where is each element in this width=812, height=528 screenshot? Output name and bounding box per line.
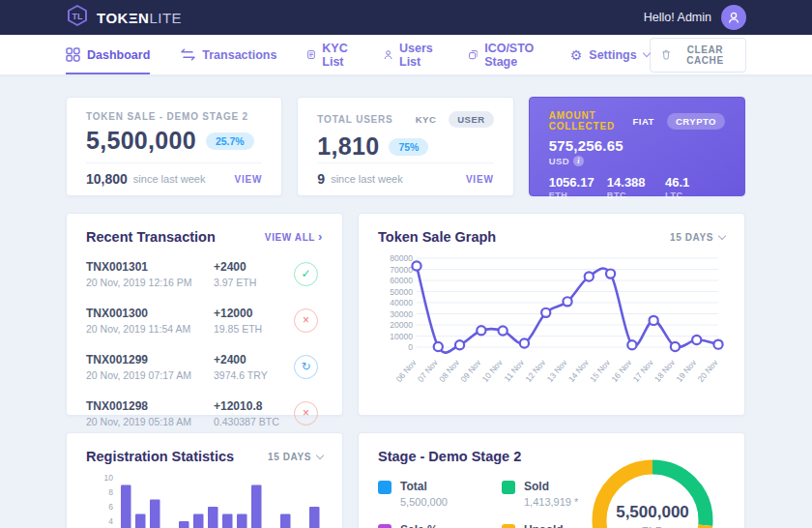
main-nav: Dashboard Transactions KYC List Users Li… xyxy=(0,35,812,75)
donut-center-label: 5,500,000 TLE xyxy=(580,503,725,528)
svg-text:13 Nov: 13 Nov xyxy=(545,357,569,384)
svg-text:6: 6 xyxy=(108,502,113,512)
user-avatar[interactable] xyxy=(721,5,746,30)
nav-item-settings[interactable]: ⚙ Settings xyxy=(570,35,650,74)
token-sale-label: TOKEN SALE - DEMO STAGE 2 xyxy=(86,111,248,122)
eth-amount: 1056.17 ETH xyxy=(549,175,607,200)
legend-unsold: Unsold 4,086,082 xyxy=(502,523,580,528)
svg-text:80000: 80000 xyxy=(390,253,413,263)
transaction-amount: +2400 xyxy=(214,353,294,367)
svg-text:08 Nov: 08 Nov xyxy=(437,357,461,384)
unsold-swatch xyxy=(502,524,515,528)
total-users-delta: 9 xyxy=(317,171,325,187)
nav-item-kyc-list[interactable]: KYC List xyxy=(307,35,352,74)
registration-statistics-title: Registration Statistics xyxy=(86,449,234,464)
svg-text:17 Nov: 17 Nov xyxy=(631,357,655,384)
token-sale-delta-caption: since last week xyxy=(133,173,206,185)
chevron-down-icon xyxy=(718,231,726,239)
grid-icon xyxy=(66,47,80,62)
sale-percent-swatch xyxy=(378,524,392,528)
amount-collected-card: AMOUNT COLLECTED FIAT CRYPTO 575,256.65 … xyxy=(529,97,745,196)
transaction-row[interactable]: TNX001299 20 Nov, 2019 07:17 AM +2400 39… xyxy=(86,343,323,390)
svg-text:15 Nov: 15 Nov xyxy=(588,357,612,384)
total-swatch xyxy=(378,481,392,494)
svg-text:11 Nov: 11 Nov xyxy=(502,357,526,383)
recent-transactions-card: Recent Transaction VIEW ALL › TNX001301 … xyxy=(66,213,343,416)
svg-text:16 Nov: 16 Nov xyxy=(609,357,633,384)
stage-donut-chart: 5,500,000 TLE xyxy=(580,449,725,528)
transaction-converted: 3.97 ETH xyxy=(214,277,294,288)
token-sale-value: 5,500,000 xyxy=(86,127,196,155)
svg-text:07 Nov: 07 Nov xyxy=(416,357,440,384)
total-users-view-link[interactable]: VIEW xyxy=(466,174,494,185)
crypto-toggle-option[interactable]: CRYPTO xyxy=(667,113,725,130)
stage-title: Stage - Demo Stage 2 xyxy=(378,449,580,464)
transaction-converted: 19.85 ETH xyxy=(214,323,294,335)
svg-text:4: 4 xyxy=(108,516,113,526)
svg-text:50000: 50000 xyxy=(390,287,413,297)
kyc-user-toggle: KYC USER xyxy=(407,111,494,128)
token-sale-card: TOKEN SALE - DEMO STAGE 2 5,500,000 25.7… xyxy=(66,97,282,196)
amount-currency: USD xyxy=(549,156,570,166)
svg-text:30000: 30000 xyxy=(390,309,413,319)
total-users-card: TOTAL USERS KYC USER 1,810 75% 9 since l… xyxy=(297,97,513,196)
trash-icon xyxy=(662,48,670,61)
info-icon[interactable]: i xyxy=(573,156,584,166)
stage-card: Stage - Demo Stage 2 Total 5,500,000 Sol… xyxy=(358,432,745,528)
svg-text:10000: 10000 xyxy=(390,332,413,341)
transaction-id: TNX001301 xyxy=(86,260,214,274)
svg-text:06 Nov: 06 Nov xyxy=(394,357,419,384)
fiat-toggle-option[interactable]: FIAT xyxy=(624,113,663,130)
svg-text:19 Nov: 19 Nov xyxy=(674,357,698,384)
registration-period-dropdown[interactable]: 15 DAYS xyxy=(268,452,323,462)
registration-statistics-card: Registration Statistics 15 DAYS 108642 xyxy=(66,432,343,528)
cube-icon xyxy=(469,47,478,62)
transaction-id: TNX001298 xyxy=(86,399,214,413)
person-icon xyxy=(727,11,740,24)
nav-item-transactions[interactable]: Transactions xyxy=(181,35,276,74)
user-greeting: Hello! Admin xyxy=(644,11,711,24)
btc-amount: 14.388 BTC xyxy=(607,175,665,200)
transaction-amount: +2400 xyxy=(214,260,294,274)
tokenlite-logo-icon: TL xyxy=(66,4,89,31)
svg-text:18 Nov: 18 Nov xyxy=(652,357,677,384)
legend-total: Total 5,500,000 xyxy=(378,480,492,508)
ltc-amount: 46.1 LTC xyxy=(665,175,723,200)
transaction-id: TNX001299 xyxy=(86,353,214,367)
kyc-toggle-option[interactable]: KYC xyxy=(407,111,446,128)
token-sale-delta: 10,800 xyxy=(86,171,128,187)
token-sale-line-chart: 0100002000030000400005000060000700008000… xyxy=(378,250,725,401)
top-bar: TL TOKΞNLITE Hello! Admin xyxy=(0,0,812,35)
nav-item-users-list[interactable]: Users List xyxy=(384,35,438,74)
user-toggle-option[interactable]: USER xyxy=(449,111,493,128)
transaction-converted: 3974.6 TRY xyxy=(214,369,294,381)
clear-cache-button[interactable]: CLEAR CACHE xyxy=(650,38,746,73)
status-cross-icon: × xyxy=(294,401,318,425)
transaction-date: 20 Nov, 2019 07:17 AM xyxy=(86,369,214,381)
svg-text:14 Nov: 14 Nov xyxy=(566,357,591,384)
svg-text:20 Nov: 20 Nov xyxy=(696,357,720,384)
exchange-icon xyxy=(181,48,195,61)
svg-text:60000: 60000 xyxy=(390,276,413,285)
svg-text:TL: TL xyxy=(72,12,83,21)
chevron-down-icon xyxy=(316,451,324,458)
transaction-date: 20 Nov, 2019 12:16 PM xyxy=(86,277,214,288)
document-icon xyxy=(307,47,315,62)
transaction-row[interactable]: TNX001298 20 Nov, 2019 05:18 AM +12010.8… xyxy=(86,390,323,436)
brand-logo[interactable]: TL TOKΞNLITE xyxy=(66,4,182,31)
svg-text:10 Nov: 10 Nov xyxy=(480,357,505,384)
total-users-label: TOTAL USERS xyxy=(317,114,392,125)
nav-item-ico-sto-stage[interactable]: ICO/STO Stage xyxy=(469,35,539,74)
transaction-row[interactable]: TNX001300 20 Nov, 2019 11:54 AM +12000 1… xyxy=(86,297,323,343)
view-all-link[interactable]: VIEW ALL › xyxy=(265,232,323,243)
token-sale-view-link[interactable]: VIEW xyxy=(235,174,263,185)
status-check-icon: ✓ xyxy=(294,262,318,286)
status-cross-icon: × xyxy=(294,308,318,333)
nav-item-dashboard[interactable]: Dashboard xyxy=(66,35,150,74)
user-icon xyxy=(384,47,392,62)
legend-sold: Sold 1,413,919 * xyxy=(502,480,580,508)
graph-period-dropdown[interactable]: 15 DAYS xyxy=(670,232,725,243)
transaction-row[interactable]: TNX001301 20 Nov, 2019 12:16 PM +2400 3.… xyxy=(86,250,323,297)
total-users-value: 1,810 xyxy=(317,132,379,161)
svg-text:70000: 70000 xyxy=(390,265,413,275)
